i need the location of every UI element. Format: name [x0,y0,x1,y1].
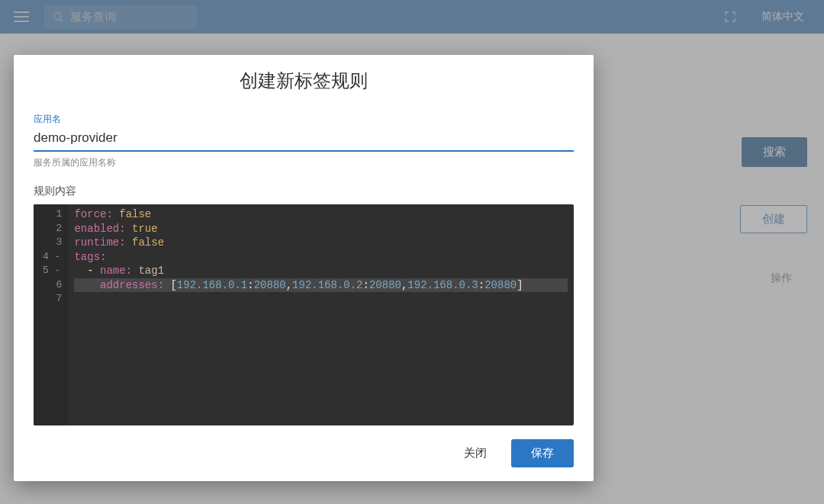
save-button[interactable]: 保存 [511,439,574,467]
rule-content-label: 规则内容 [34,185,574,198]
close-button[interactable]: 关闭 [453,440,497,467]
modal-overlay: 创建新标签规则 应用名 服务所属的应用名称 规则内容 1234 -5 -67 f… [0,0,824,504]
app-name-label: 应用名 [34,113,574,126]
create-tag-rule-dialog: 创建新标签规则 应用名 服务所属的应用名称 规则内容 1234 -5 -67 f… [14,55,594,481]
dialog-title: 创建新标签规则 [14,69,594,93]
dialog-actions: 关闭 保存 [14,425,594,481]
app-name-hint: 服务所属的应用名称 [34,156,574,169]
yaml-editor[interactable]: 1234 -5 -67 force: false enabled: true r… [34,204,574,425]
app-name-input[interactable] [34,127,574,152]
editor-gutter: 1234 -5 -67 [34,204,68,425]
editor-code[interactable]: force: false enabled: true runtime: fals… [68,204,574,425]
